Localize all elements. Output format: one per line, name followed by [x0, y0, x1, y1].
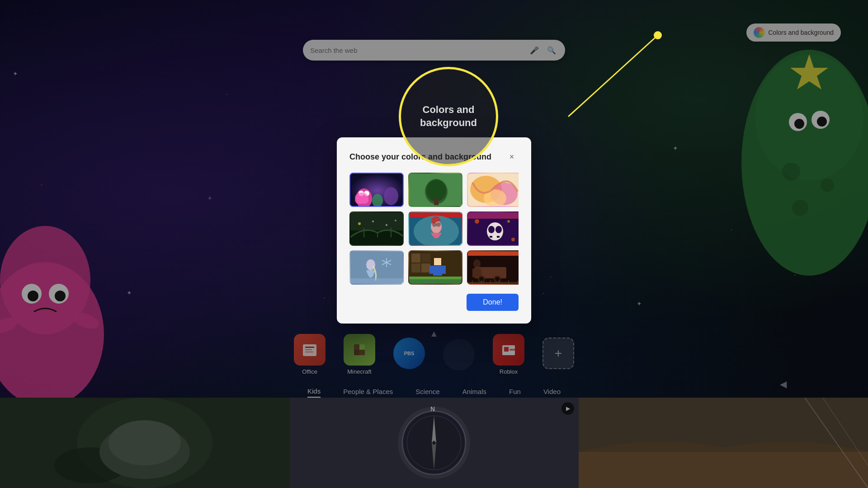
svg-point-47	[432, 222, 437, 227]
bg-option-9[interactable]	[467, 250, 519, 285]
svg-rect-29	[434, 198, 439, 205]
bg-option-8[interactable]	[408, 250, 462, 285]
modal-footer: Done!	[349, 294, 519, 311]
svg-point-41	[386, 224, 387, 226]
svg-rect-55	[493, 236, 496, 238]
bg-option-1[interactable]	[349, 173, 404, 207]
svg-rect-73	[409, 277, 462, 279]
svg-rect-75	[468, 251, 519, 256]
svg-point-48	[436, 222, 441, 227]
svg-rect-62	[350, 278, 404, 285]
svg-point-22	[359, 191, 364, 196]
svg-rect-65	[421, 253, 430, 263]
svg-point-81	[495, 277, 500, 282]
svg-rect-56	[497, 236, 500, 238]
svg-rect-54	[490, 236, 492, 238]
svg-point-58	[511, 238, 515, 241]
svg-point-39	[358, 222, 361, 225]
bg-option-5[interactable]	[408, 211, 462, 246]
svg-point-82	[473, 259, 481, 268]
svg-point-53	[495, 226, 502, 233]
svg-rect-50	[468, 212, 519, 219]
bg-option-7[interactable]	[349, 250, 404, 285]
svg-rect-71	[442, 266, 446, 274]
bg-option-2[interactable]	[408, 173, 462, 207]
svg-point-42	[395, 220, 396, 221]
svg-rect-64	[411, 253, 420, 263]
svg-point-40	[372, 221, 374, 222]
svg-rect-68	[434, 258, 441, 265]
svg-point-28	[426, 180, 446, 202]
bg-option-4[interactable]	[349, 211, 404, 246]
background-grid	[349, 173, 519, 285]
colors-background-modal: Choose your colors and background ×	[337, 137, 531, 324]
svg-rect-66	[411, 263, 420, 272]
svg-point-57	[475, 219, 479, 224]
svg-point-23	[364, 191, 369, 196]
svg-rect-69	[433, 266, 442, 276]
modal-close-button[interactable]: ×	[505, 150, 519, 164]
bg-option-6[interactable]	[467, 211, 519, 246]
svg-rect-70	[429, 266, 433, 274]
bg-option-3[interactable]	[467, 173, 519, 207]
svg-point-25	[372, 194, 383, 207]
modal-header: Choose your colors and background ×	[349, 150, 519, 164]
modal-title: Choose your colors and background	[349, 152, 491, 162]
done-button[interactable]: Done!	[467, 294, 519, 311]
svg-point-52	[488, 226, 495, 233]
svg-point-24	[384, 187, 398, 205]
svg-rect-72	[409, 278, 462, 285]
svg-rect-67	[421, 263, 430, 272]
svg-point-59	[507, 220, 510, 223]
